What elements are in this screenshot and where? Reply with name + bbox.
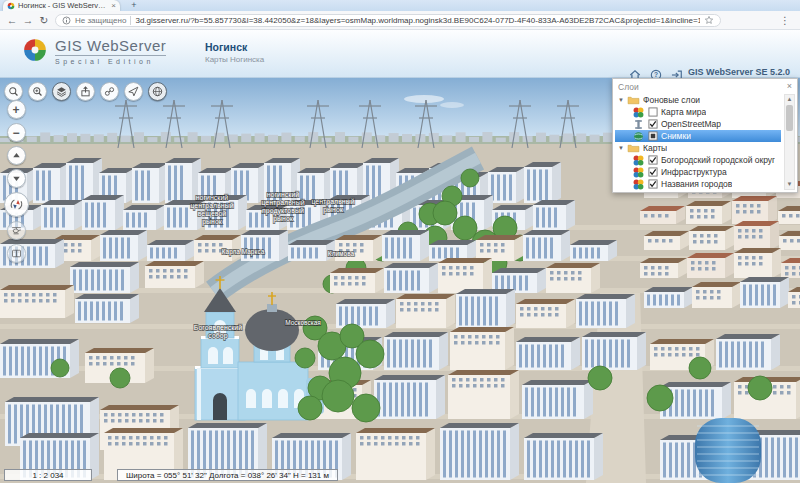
app-title: GIS WebServer (55, 37, 166, 54)
link-button[interactable] (100, 82, 119, 101)
link-icon (103, 85, 116, 98)
scale-indicator: 1 : 2 034 (4, 469, 92, 481)
layer-item[interactable]: Снимки (615, 130, 781, 142)
map-vertical-controls: +− (3, 100, 29, 263)
scroll-down-icon[interactable]: ▼ (785, 180, 794, 189)
layer-group-label: Фоновые слои (643, 95, 700, 105)
globe-3d-icon (151, 85, 164, 98)
zoom-search-icon (31, 85, 44, 98)
app-subtitle: Special Edition (55, 58, 166, 65)
layer-group-label: Карты (643, 143, 667, 153)
reload-icon[interactable]: ↻ (36, 14, 52, 26)
layer-item[interactable]: Карта мира (615, 106, 781, 118)
layer-item-label: OpenStreetMap (661, 119, 721, 129)
favicon (7, 2, 15, 10)
layer-group[interactable]: ▼Карты (615, 142, 781, 154)
tab-title: Ногинск - GIS WebServer SE 5.2 (18, 1, 108, 10)
layer-checkbox[interactable] (648, 167, 658, 177)
expander-icon[interactable]: ▼ (618, 97, 624, 103)
layer-checkbox[interactable] (648, 107, 658, 117)
browser-menu-icon[interactable]: ⋮ (780, 15, 790, 26)
gis-logo-icon (22, 37, 48, 63)
zoom-search-button[interactable] (28, 82, 47, 101)
coordinates-indicator: Широта = 055° 51' 32" Долгота = 038° 26'… (117, 469, 338, 481)
layer-item-label: Богородский городской округ (661, 155, 775, 165)
zoom-out-button[interactable]: − (7, 123, 26, 142)
page-subtitle: Карты Ногинска (205, 55, 264, 64)
tab-close-icon[interactable]: × (111, 2, 116, 10)
layer-checkbox[interactable] (648, 131, 658, 141)
site-block: Ногинск Карты Ногинска (205, 41, 264, 64)
scroll-thumb[interactable] (786, 105, 793, 131)
layer-item-label: Названия городов (661, 179, 732, 189)
book-button[interactable] (7, 244, 26, 263)
map-toolbar (4, 82, 167, 101)
gis-icon (632, 178, 645, 191)
layers-scrollbar[interactable]: ▲ ▼ (784, 94, 795, 190)
page-title: Ногинск (205, 41, 264, 53)
map-label: Карла Маркса (222, 248, 265, 256)
layers-button[interactable] (52, 82, 71, 101)
layers-panel-title: Слои (618, 82, 787, 92)
helicopter-button[interactable] (7, 221, 26, 240)
divider (55, 55, 166, 56)
export-icon (79, 85, 92, 98)
scroll-up-icon[interactable]: ▲ (785, 95, 794, 104)
version-label: GIS WebServer SE 5.2.0 (688, 67, 790, 77)
helicopter-icon (10, 224, 23, 237)
search-icon (7, 85, 20, 98)
layer-item-label: Снимки (661, 131, 691, 141)
close-icon[interactable]: × (787, 82, 792, 91)
book-icon (10, 247, 23, 260)
layer-item[interactable]: Инфраструктура (615, 166, 781, 178)
layers-panel: Слои × ▼Фоновые слоиКарта мираOpenStreet… (612, 78, 798, 193)
app-header: GIS WebServer Special Edition Ногинск Ка… (0, 30, 800, 78)
layers-tree: ▼Фоновые слоиКарта мираOpenStreetMapСним… (615, 94, 781, 190)
export-button[interactable] (76, 82, 95, 101)
bookmark-star-icon[interactable] (704, 15, 714, 25)
browser-tab[interactable]: Ногинск - GIS WebServer SE 5.2 × (3, 0, 120, 11)
expander-icon[interactable]: ▼ (618, 145, 624, 151)
layers-icon (55, 85, 68, 98)
layer-item[interactable]: Названия городов (615, 178, 781, 190)
back-icon[interactable]: ← (4, 14, 20, 26)
layers-panel-header: Слои × (613, 79, 797, 92)
layer-checkbox[interactable] (648, 155, 658, 165)
tilt-down-button[interactable] (7, 169, 26, 188)
browser-toolbar: ← → ↻ Не защищено 3d.gisserver.ru/?b=55.… (0, 11, 800, 30)
layer-group[interactable]: ▼Фоновые слои (615, 94, 781, 106)
map-label: Климова (328, 250, 355, 257)
layer-checkbox[interactable] (648, 179, 658, 189)
layer-checkbox[interactable] (648, 119, 658, 129)
info-icon[interactable] (62, 16, 71, 25)
tilt-up-icon (10, 149, 23, 162)
layer-item-label: Карта мира (661, 107, 706, 117)
send-icon (127, 85, 140, 98)
app-logo: GIS WebServer Special Edition (22, 37, 166, 65)
search-button[interactable] (4, 82, 23, 101)
address-bar[interactable]: Не защищено 3d.gisserver.ru/?b=55.857730… (55, 14, 721, 27)
compass-icon (8, 196, 25, 213)
globe-3d-button[interactable] (148, 82, 167, 101)
tilt-down-icon (10, 172, 23, 185)
compass-button[interactable] (4, 192, 29, 217)
tilt-up-button[interactable] (7, 146, 26, 165)
zoom-in-button[interactable]: + (7, 100, 26, 119)
browser-window: Ногинск - GIS WebServer SE 5.2 × + ← → ↻… (0, 0, 800, 483)
layer-item[interactable]: Богородский городской округ (615, 154, 781, 166)
new-tab-button[interactable]: + (126, 1, 142, 10)
url-text[interactable]: 3d.gisserver.ru/?b=55.857730&l=38.442050… (135, 16, 700, 25)
send-button[interactable] (124, 82, 143, 101)
divider (130, 16, 131, 25)
not-secure-label: Не защищено (75, 16, 126, 25)
map-label: Московская (285, 319, 321, 326)
layer-item[interactable]: OpenStreetMap (615, 118, 781, 130)
forward-icon[interactable]: → (20, 14, 36, 26)
tab-strip: Ногинск - GIS WebServer SE 5.2 × + (0, 0, 800, 11)
layer-item-label: Инфраструктура (661, 167, 727, 177)
